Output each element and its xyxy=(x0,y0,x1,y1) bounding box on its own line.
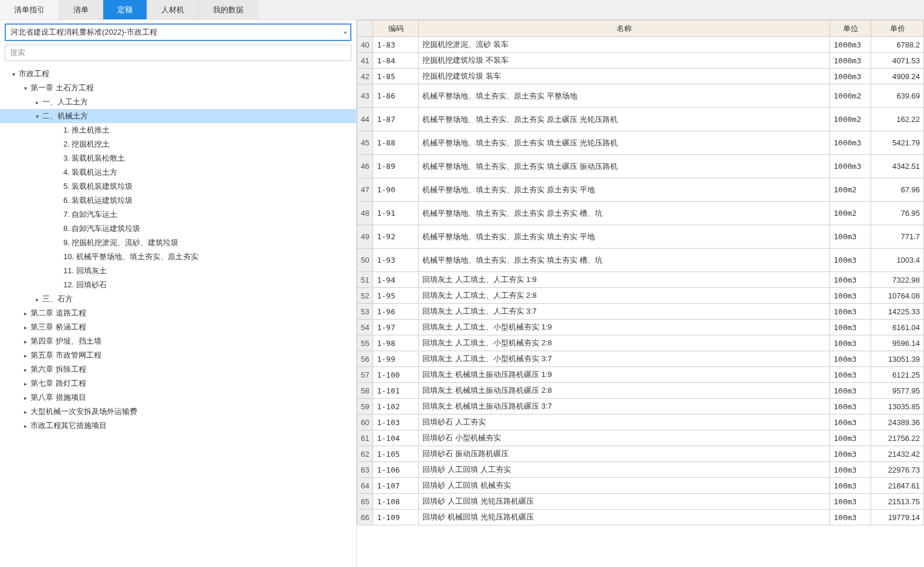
cell-unit[interactable]: 1000m3 xyxy=(830,69,871,84)
cell-unit[interactable]: 100m2 xyxy=(830,178,871,202)
tree-node-22[interactable]: ▸第七章 路灯工程 xyxy=(0,376,356,391)
cell-price[interactable]: 5421.79 xyxy=(871,131,924,155)
table-row[interactable]: 551-98回填灰土 人工填土、小型机械夯实 2:8100m39596.14 xyxy=(357,335,924,351)
table-row[interactable]: 461-89机械平整场地、填土夯实、原土夯实 填土碾压 振动压路机1000m34… xyxy=(357,155,924,178)
cell-unit[interactable]: 100m3 xyxy=(830,367,871,383)
cell-unit[interactable]: 100m3 xyxy=(830,383,871,399)
table-row[interactable]: 401-83挖掘机挖淤泥、流砂 装车1000m36788.2 xyxy=(357,37,924,53)
cell-unit[interactable]: 100m3 xyxy=(830,430,871,446)
table-row[interactable]: 621-105回填砂石 振动压路机碾压100m321432.42 xyxy=(357,446,924,462)
tree-node-24[interactable]: ▸大型机械一次安拆及场外运输费 xyxy=(0,405,356,419)
cell-price[interactable]: 67.96 xyxy=(871,178,924,202)
table-row[interactable]: 651-108回填砂 人工回填 光轮压路机碾压100m321513.75 xyxy=(357,494,924,510)
search-input[interactable]: 搜索 xyxy=(5,45,351,61)
tree-node-12[interactable]: 9. 挖掘机挖淤泥、流砂、建筑垃圾 xyxy=(0,236,356,250)
cell-name[interactable]: 回填灰土 机械填土振动压路机碾压 2:8 xyxy=(419,383,830,399)
cell-name[interactable]: 机械平整场地、填土夯实、原土夯实 原土夯实 槽、坑 xyxy=(419,202,830,225)
cell-code[interactable]: 1-106 xyxy=(373,462,419,478)
cell-price[interactable]: 6121.25 xyxy=(871,367,924,383)
cell-name[interactable]: 回填砂 机械回填 光轮压路机碾压 xyxy=(419,510,830,525)
cell-code[interactable]: 1-98 xyxy=(373,335,419,351)
cell-code[interactable]: 1-102 xyxy=(373,399,419,415)
cell-code[interactable]: 1-104 xyxy=(373,430,419,446)
cell-price[interactable]: 7322.98 xyxy=(871,272,924,288)
grid-header-name[interactable]: 名称 xyxy=(419,21,830,37)
table-row[interactable]: 441-87机械平整场地、填土夯实、原土夯实 原土碾压 光轮压路机1000m21… xyxy=(357,108,924,131)
cell-unit[interactable]: 100m3 xyxy=(830,335,871,351)
cell-code[interactable]: 1-84 xyxy=(373,53,419,69)
tree-node-15[interactable]: 12. 回填砂石 xyxy=(0,278,356,292)
cell-price[interactable]: 21756.22 xyxy=(871,430,924,446)
cell-name[interactable]: 机械平整场地、填土夯实、原土夯实 填土夯实 平地 xyxy=(419,225,830,249)
tree-node-8[interactable]: 5. 装载机装建筑垃圾 xyxy=(0,179,356,193)
tree-node-19[interactable]: ▸第四章 护坡、挡土墙 xyxy=(0,334,356,348)
grid-header-price[interactable]: 单价 xyxy=(871,21,924,37)
table-row[interactable]: 411-84挖掘机挖建筑垃圾 不装车1000m34071.53 xyxy=(357,53,924,69)
expand-icon[interactable]: ▸ xyxy=(21,352,29,359)
cell-price[interactable]: 21513.75 xyxy=(871,494,924,510)
cell-price[interactable]: 9577.95 xyxy=(871,383,924,399)
table-row[interactable]: 481-91机械平整场地、填土夯实、原土夯实 原土夯实 槽、坑100m276.9… xyxy=(357,202,924,225)
cell-price[interactable]: 13051.39 xyxy=(871,351,924,367)
cell-price[interactable]: 24389.36 xyxy=(871,415,924,430)
table-row[interactable]: 561-99回填灰土 人工填土、小型机械夯实 3:7100m313051.39 xyxy=(357,351,924,367)
cell-price[interactable]: 4342.51 xyxy=(871,155,924,178)
cell-unit[interactable]: 100m3 xyxy=(830,225,871,249)
tree-node-3[interactable]: ▾二、机械土方 xyxy=(0,109,356,123)
cell-price[interactable]: 4909.24 xyxy=(871,69,924,84)
cell-unit[interactable]: 1000m3 xyxy=(830,131,871,155)
cell-code[interactable]: 1-94 xyxy=(373,272,419,288)
collapse-icon[interactable]: ▾ xyxy=(33,113,41,120)
cell-code[interactable]: 1-100 xyxy=(373,367,419,383)
cell-unit[interactable]: 100m3 xyxy=(830,399,871,415)
cell-unit[interactable]: 100m2 xyxy=(830,202,871,225)
cell-name[interactable]: 回填灰土 人工填土、人工夯实 2:8 xyxy=(419,288,830,304)
cell-unit[interactable]: 100m3 xyxy=(830,272,871,288)
cell-unit[interactable]: 100m3 xyxy=(830,478,871,494)
tree-node-1[interactable]: ▾第一章 土石方工程 xyxy=(0,81,356,95)
table-row[interactable]: 611-104回填砂石 小型机械夯实100m321756.22 xyxy=(357,430,924,446)
grid-header-unit[interactable]: 单位 xyxy=(830,21,871,37)
tree-node-6[interactable]: 3. 装载机装松散土 xyxy=(0,151,356,165)
table-row[interactable]: 641-107回填砂 人工回填 机械夯实100m321847.61 xyxy=(357,478,924,494)
tab-0[interactable]: 清单指引 xyxy=(0,0,59,19)
cell-code[interactable]: 1-87 xyxy=(373,108,419,131)
cell-unit[interactable]: 100m3 xyxy=(830,494,871,510)
grid-header-code[interactable]: 编码 xyxy=(373,21,419,37)
cell-name[interactable]: 回填灰土 人工填土、人工夯实 3:7 xyxy=(419,304,830,320)
tree-node-23[interactable]: ▸第八章 措施项目 xyxy=(0,391,356,405)
cell-code[interactable]: 1-101 xyxy=(373,383,419,399)
expand-icon[interactable]: ▸ xyxy=(21,338,29,345)
tree-node-2[interactable]: ▸一、人工土方 xyxy=(0,95,356,109)
expand-icon[interactable]: ▸ xyxy=(21,324,29,331)
cell-name[interactable]: 回填砂 人工回填 机械夯实 xyxy=(419,478,830,494)
cell-code[interactable]: 1-95 xyxy=(373,288,419,304)
cell-unit[interactable]: 100m3 xyxy=(830,320,871,335)
tree-node-11[interactable]: 8. 自卸汽车运建筑垃圾 xyxy=(0,222,356,236)
cell-code[interactable]: 1-90 xyxy=(373,178,419,202)
cell-name[interactable]: 回填砂石 小型机械夯实 xyxy=(419,430,830,446)
tree-node-5[interactable]: 2. 挖掘机挖土 xyxy=(0,137,356,151)
tree-node-20[interactable]: ▸第五章 市政管网工程 xyxy=(0,348,356,362)
cell-code[interactable]: 1-107 xyxy=(373,478,419,494)
expand-icon[interactable]: ▸ xyxy=(21,395,29,401)
cell-unit[interactable]: 1000m2 xyxy=(830,108,871,131)
cell-name[interactable]: 挖掘机挖建筑垃圾 装车 xyxy=(419,69,830,84)
cell-name[interactable]: 挖掘机挖淤泥、流砂 装车 xyxy=(419,37,830,53)
cell-price[interactable]: 19779.14 xyxy=(871,510,924,525)
tab-4[interactable]: 我的数据 xyxy=(199,0,258,19)
table-row[interactable]: 601-103回填砂石 人工夯实100m324389.36 xyxy=(357,415,924,430)
table-row[interactable]: 501-93机械平整场地、填土夯实、原土夯实 填土夯实 槽、坑100m31003… xyxy=(357,249,924,272)
cell-name[interactable]: 回填砂石 人工夯实 xyxy=(419,415,830,430)
table-row[interactable]: 421-85挖掘机挖建筑垃圾 装车1000m34909.24 xyxy=(357,69,924,84)
cell-code[interactable]: 1-91 xyxy=(373,202,419,225)
table-row[interactable]: 511-94回填灰土 人工填土、人工夯实 1:9100m37322.98 xyxy=(357,272,924,288)
cell-code[interactable]: 1-89 xyxy=(373,155,419,178)
cell-unit[interactable]: 100m3 xyxy=(830,351,871,367)
table-row[interactable]: 581-101回填灰土 机械填土振动压路机碾压 2:8100m39577.95 xyxy=(357,383,924,399)
table-row[interactable]: 491-92机械平整场地、填土夯实、原土夯实 填土夯实 平地100m3771.7 xyxy=(357,225,924,249)
cell-unit[interactable]: 100m3 xyxy=(830,288,871,304)
cell-code[interactable]: 1-97 xyxy=(373,320,419,335)
tree-node-13[interactable]: 10. 机械平整场地、填土夯实、原土夯实 xyxy=(0,250,356,264)
expand-icon[interactable]: ▸ xyxy=(21,366,29,373)
